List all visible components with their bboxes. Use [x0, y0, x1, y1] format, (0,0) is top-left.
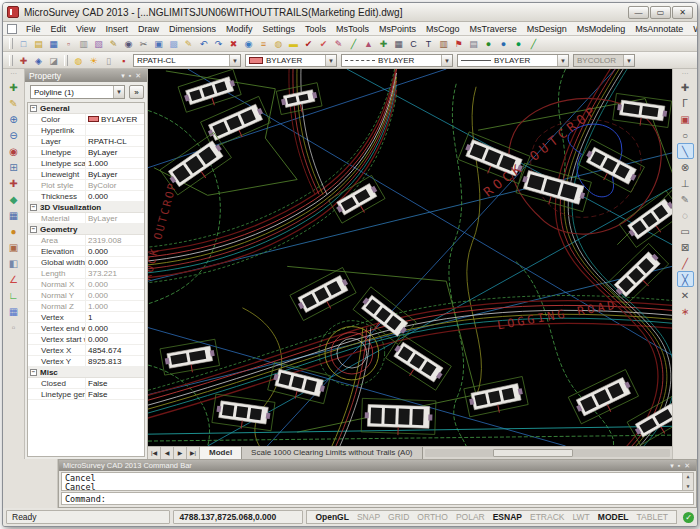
- toolbar-icon[interactable]: ●: [496, 37, 511, 50]
- toolbar-icon[interactable]: ✎: [181, 37, 196, 50]
- layout-tab[interactable]: Scale 1000 Clearing Limits without Trail…: [242, 447, 422, 459]
- toolbar-icon[interactable]: ▥: [436, 37, 451, 50]
- tool-icon[interactable]: ∠: [5, 271, 22, 287]
- dock-handle[interactable]: ⋯: [682, 71, 689, 79]
- toolbar-grip[interactable]: [9, 38, 13, 49]
- esnap-tool-icon[interactable]: ▭: [677, 223, 694, 239]
- tool-icon[interactable]: ▦: [5, 207, 22, 223]
- toolbar-icon[interactable]: ▦: [46, 37, 61, 50]
- property-row[interactable]: Hyperlink: [28, 125, 144, 136]
- tool-icon[interactable]: ∟: [5, 287, 22, 303]
- toolbar-icon[interactable]: ▩: [166, 37, 181, 50]
- status-toggle[interactable]: GRID: [384, 511, 413, 524]
- property-row[interactable]: Color BYLAYER: [28, 114, 144, 125]
- title-bar[interactable]: MicroSurvey CAD 2013 - [...NGLIMITSJUN06…: [3, 3, 697, 22]
- linetype-dropdown[interactable]: BYLAYER ▼: [341, 54, 453, 67]
- toolbar-icon[interactable]: ✂: [136, 37, 151, 50]
- property-group-header[interactable]: − 3D Visualization: [28, 202, 144, 213]
- command-input[interactable]: Command:: [61, 492, 694, 505]
- horizontal-scrollbar[interactable]: [425, 449, 670, 457]
- property-row[interactable]: Lineweight ByLayer: [28, 169, 144, 180]
- toolbar-icon[interactable]: ◍: [271, 37, 286, 50]
- toolbar-icon[interactable]: ✔: [301, 37, 316, 50]
- property-row[interactable]: Normal Z 1.000: [28, 301, 144, 312]
- menu-item[interactable]: Modify: [221, 23, 258, 35]
- property-row[interactable]: Vertex Y 8925.813: [28, 356, 144, 367]
- toolbar-icon[interactable]: ▤: [466, 37, 481, 50]
- lineweight-dropdown[interactable]: BYLAYER ▼: [457, 54, 569, 67]
- menu-item[interactable]: View: [71, 23, 100, 35]
- toolbar-icon[interactable]: ✎: [331, 37, 346, 50]
- property-row[interactable]: Material ByLayer: [28, 213, 144, 224]
- esnap-tool-icon[interactable]: ✚: [677, 79, 694, 95]
- status-toggle[interactable]: SNAP: [353, 511, 384, 524]
- tool-icon[interactable]: ⊕: [5, 111, 22, 127]
- tool-icon[interactable]: ▦: [5, 303, 22, 319]
- esnap-tool-icon[interactable]: ○: [677, 127, 694, 143]
- tool-icon[interactable]: ⊖: [5, 127, 22, 143]
- esnap-tool-icon[interactable]: ⊗: [677, 159, 694, 175]
- status-toggle[interactable]: ESNAP: [489, 511, 526, 524]
- property-group-header[interactable]: − General: [28, 103, 144, 114]
- tool-icon[interactable]: ◧: [5, 255, 22, 271]
- esnap-tool-icon[interactable]: ✕: [677, 287, 694, 303]
- tab-nav-button[interactable]: ▶: [174, 447, 187, 459]
- menu-item[interactable]: Settings: [257, 23, 300, 35]
- property-row[interactable]: Vertex end width 0.000: [28, 323, 144, 334]
- menu-item[interactable]: Insert: [100, 23, 133, 35]
- toolbar-icon[interactable]: ↶: [196, 37, 211, 50]
- dock-handle[interactable]: ⋯: [10, 71, 17, 79]
- property-row[interactable]: Normal X 0.000: [28, 279, 144, 290]
- layer-state-icon[interactable]: ☀: [86, 54, 101, 67]
- menu-item[interactable]: MsCogo: [421, 23, 465, 35]
- toolbar-icon[interactable]: ▣: [151, 37, 166, 50]
- status-toggle[interactable]: MODEL: [594, 511, 633, 524]
- tool-icon[interactable]: ▫: [5, 319, 22, 335]
- toolbar-icon[interactable]: C: [406, 37, 421, 50]
- tool-icon[interactable]: ◉: [5, 143, 22, 159]
- esnap-tool-icon[interactable]: ⊠: [677, 239, 694, 255]
- menu-item[interactable]: File: [21, 23, 46, 35]
- chevron-down-icon[interactable]: ▼: [441, 55, 452, 66]
- command-history[interactable]: Cancel Cancel Command: ▲ ▼: [61, 472, 694, 491]
- toolbar-icon[interactable]: ✚: [376, 37, 391, 50]
- chevron-down-icon[interactable]: ▼: [325, 55, 336, 66]
- menu-item[interactable]: MsPoints: [374, 23, 421, 35]
- layout-tab[interactable]: Model: [200, 447, 242, 459]
- toolbar-grip[interactable]: [64, 55, 68, 66]
- color-dropdown[interactable]: BYLAYER ▼: [245, 54, 337, 67]
- menu-item[interactable]: Window: [688, 23, 698, 35]
- property-row[interactable]: Thickness 0.000: [28, 191, 144, 202]
- toolbar-icon[interactable]: ↷: [211, 37, 226, 50]
- status-ok-icon[interactable]: ✓: [683, 512, 694, 523]
- toolbar-icon[interactable]: ≡: [256, 37, 271, 50]
- window-control-button[interactable]: ▭: [650, 6, 671, 19]
- tab-nav-button[interactable]: ▶|: [187, 447, 200, 459]
- toolbar-icon[interactable]: ✔: [316, 37, 331, 50]
- toolbar-icon[interactable]: ◈: [31, 54, 46, 67]
- property-panel-header[interactable]: Property ▾ ▪ ✕: [25, 69, 147, 82]
- toolbar-icon[interactable]: ▫: [61, 37, 76, 50]
- toolbar-icon[interactable]: ╱: [346, 37, 361, 50]
- tool-icon[interactable]: ✚: [5, 79, 22, 95]
- esnap-tool-icon[interactable]: ╳: [677, 271, 694, 287]
- layer-dropdown[interactable]: RPATH-CL ▼: [133, 54, 241, 67]
- vertical-scrollbar[interactable]: ▲ ▼: [682, 473, 693, 490]
- property-row[interactable]: Closed False: [28, 378, 144, 389]
- panel-button[interactable]: ▾: [668, 462, 676, 470]
- property-row[interactable]: Global width 0.000: [28, 257, 144, 268]
- property-row[interactable]: Linetype ByLayer: [28, 147, 144, 158]
- chevron-down-icon[interactable]: ▼: [113, 86, 124, 98]
- toolbar-icon[interactable]: ▬: [286, 37, 301, 50]
- expand-button[interactable]: »: [129, 85, 144, 99]
- window-control-button[interactable]: —: [628, 6, 649, 19]
- panel-button[interactable]: ✕: [133, 72, 143, 80]
- property-row[interactable]: Linetype scale 1.000: [28, 158, 144, 169]
- toolbar-icon[interactable]: ●: [511, 37, 526, 50]
- toolbar-icon[interactable]: ▧: [91, 37, 106, 50]
- entity-selector[interactable]: Polyline (1) ▼: [30, 85, 125, 99]
- property-row[interactable]: Vertex 1: [28, 312, 144, 323]
- status-toggle[interactable]: LWT: [568, 511, 593, 524]
- toolbar-icon[interactable]: ◉: [121, 37, 136, 50]
- tool-icon[interactable]: ▣: [5, 239, 22, 255]
